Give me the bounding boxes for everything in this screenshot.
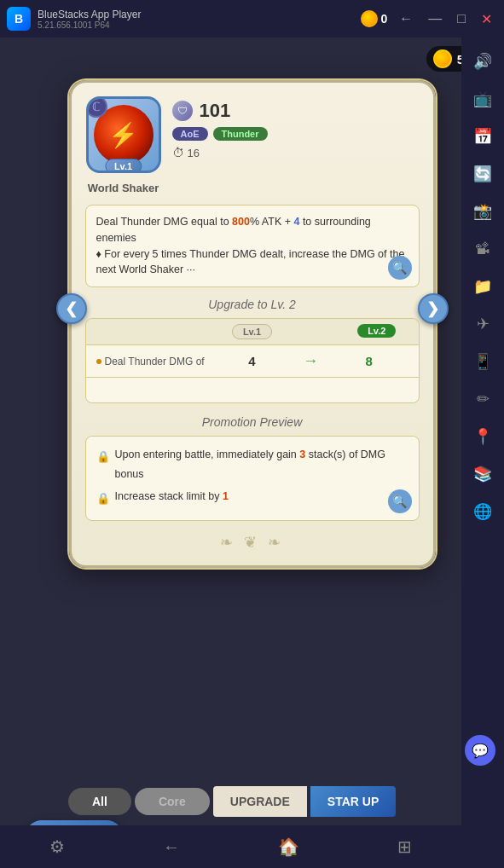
sidebar-icon-folder[interactable]: 📁 xyxy=(467,271,498,302)
upgrade-header-label xyxy=(86,319,211,344)
upgrade-header-lv2: Lv.2 xyxy=(335,319,419,344)
nav-right-arrow[interactable]: ❯ xyxy=(418,293,449,324)
card-decoration: ❧ ❦ ❧ xyxy=(85,533,420,552)
skill-info: 🛡 101 AoE Thunder ⏱ 16 xyxy=(172,96,420,159)
tab-core[interactable]: Core xyxy=(135,788,210,815)
sidebar-icon-sync[interactable]: 🔄 xyxy=(467,159,498,189)
desc-highlight-pct: 800 xyxy=(232,216,250,228)
upgrade-val-lv2: 8 xyxy=(330,354,408,368)
bottom-nav-home[interactable]: 🏠 xyxy=(271,830,306,864)
starup-button[interactable]: STAR UP xyxy=(310,786,396,817)
lv1-badge: Lv.1 xyxy=(232,324,272,339)
tag-aoe: AoE xyxy=(172,127,208,141)
desc-bullet: ♦ For every 5 times Thunder DMG dealt, i… xyxy=(96,248,405,276)
bottom-nav-back[interactable]: ← xyxy=(156,830,187,864)
promotion-box: 🔒 Upon entering battle, immediately gain… xyxy=(85,436,420,521)
app-subtitle: 5.21.656.1001 P64 xyxy=(38,20,354,30)
excl-badge: ℂ xyxy=(86,96,107,118)
bottom-nav-apps[interactable]: ⊞ xyxy=(391,830,419,864)
lv2-badge: Lv.2 xyxy=(357,324,396,338)
sidebar-icon-display[interactable]: 📺 xyxy=(467,84,498,114)
upgrade-header-arrow xyxy=(293,319,335,344)
upgrade-button[interactable]: UPGRADE xyxy=(213,786,307,817)
sidebar-icon-location[interactable]: 📍 xyxy=(467,421,498,452)
card-header: ℂ ⚡ Lv.1 World Shaker 🛡 101 AoE Thunder … xyxy=(85,96,420,194)
back-button-titlebar[interactable]: ← xyxy=(394,11,418,26)
upgrade-row-1: Deal Thunder DMG of 4 → 8 xyxy=(86,344,419,377)
main-area: 5402 ❮ ❯ ℂ ⚡ Lv.1 World Shaker xyxy=(0,38,504,868)
sidebar-icon-calendar[interactable]: 📅 xyxy=(467,121,498,152)
tag-thunder: Thunder xyxy=(213,127,268,141)
upgrade-row-label: Deal Thunder DMG of xyxy=(96,356,213,367)
skill-level-number: 101 xyxy=(200,100,231,122)
skill-level-row: 🛡 101 xyxy=(172,100,420,122)
promo-icon-1: 🔒 xyxy=(96,447,110,466)
sidebar-icon-camera[interactable]: 📸 xyxy=(467,196,498,227)
sidebar-icon-edit[interactable]: ✏ xyxy=(467,384,498,414)
upgrade-val-lv1: 4 xyxy=(213,354,292,368)
promo-text-2: Increase stack limit by 1 xyxy=(115,487,229,506)
skill-icon-frame: ℂ ⚡ Lv.1 xyxy=(86,96,161,173)
cooldown-icon: ⏱ xyxy=(172,146,184,159)
title-bar: B BlueStacks App Player 5.21.656.1001 P6… xyxy=(0,0,504,38)
bottom-nav-bar: ⚙ ← 🏠 ⊞ xyxy=(0,825,461,868)
cooldown-row: ⏱ 16 xyxy=(172,146,420,159)
upgrade-header-lv1: Lv.1 xyxy=(211,319,294,344)
bottom-action-area: All Core UPGRADE STAR UP xyxy=(68,786,396,817)
desc-magnify-button[interactable]: 🔍 xyxy=(388,256,412,280)
minimize-button[interactable]: — xyxy=(423,11,447,26)
upgrade-row-empty xyxy=(86,377,419,402)
sidebar-icon-mobile[interactable]: 📱 xyxy=(467,346,498,377)
desc-mid: % ATK + xyxy=(250,216,294,228)
tags-row: AoE Thunder xyxy=(172,127,420,141)
skill-name: World Shaker xyxy=(88,182,159,194)
upgrade-arrow: → xyxy=(291,352,330,370)
app-title: BlueStacks App Player xyxy=(38,9,354,20)
skill-card: ❮ ❯ ℂ ⚡ Lv.1 World Shaker 🛡 101 xyxy=(69,80,436,568)
sidebar-icon-globe[interactable]: 🌐 xyxy=(467,496,498,527)
skill-level-badge: Lv.1 xyxy=(105,159,142,173)
cooldown-value: 16 xyxy=(188,147,200,159)
promo-row-2: 🔒 Increase stack limit by 1 xyxy=(96,487,408,508)
app-logo: B xyxy=(7,7,31,31)
desc-prefix: Deal Thunder DMG equal to xyxy=(96,216,233,228)
title-bar-text: BlueStacks App Player 5.21.656.1001 P64 xyxy=(38,9,354,30)
coin-count: 0 xyxy=(381,12,388,26)
shield-icon: 🛡 xyxy=(172,101,193,121)
skill-icon-wrapper: ℂ ⚡ Lv.1 World Shaker xyxy=(85,96,162,194)
promo-text-1: Upon entering battle, immediately gain 3… xyxy=(115,445,408,483)
promo-icon-2: 🔒 xyxy=(96,489,110,508)
upgrade-dot xyxy=(96,359,101,364)
promo-magnify-button[interactable]: 🔍 xyxy=(388,489,412,513)
discord-button[interactable]: 💬 xyxy=(465,735,495,766)
promotion-title: Promotion Preview xyxy=(85,415,420,429)
upgrade-header: Lv.1 Lv.2 xyxy=(86,319,419,344)
coin-icon xyxy=(361,10,378,27)
upgrade-table: Lv.1 Lv.2 Deal Thunder DMG of 4 → 8 xyxy=(85,318,420,403)
sidebar-icon-record[interactable]: 📽 xyxy=(467,234,498,264)
window-controls[interactable]: ← — □ ✕ xyxy=(394,11,497,27)
titlebar-coin-area: 0 xyxy=(361,10,388,27)
maximize-button[interactable]: □ xyxy=(452,11,471,26)
nav-left-arrow[interactable]: ❮ xyxy=(56,293,87,324)
sidebar-icon-layers[interactable]: 📚 xyxy=(467,459,498,489)
promo-row-1: 🔒 Upon entering battle, immediately gain… xyxy=(96,445,408,483)
sidebar-icon-plane[interactable]: ✈ xyxy=(467,309,498,339)
sidebar-icon-volume[interactable]: 🔊 xyxy=(467,46,498,77)
close-button[interactable]: ✕ xyxy=(476,11,497,27)
upgrade-title: Upgrade to Lv. 2 xyxy=(85,298,420,311)
tab-all[interactable]: All xyxy=(68,788,131,815)
top-coin-icon xyxy=(433,49,452,68)
description-box: Deal Thunder DMG equal to 800% ATK + 4 t… xyxy=(85,205,420,287)
bottom-nav-settings[interactable]: ⚙ xyxy=(43,830,72,864)
